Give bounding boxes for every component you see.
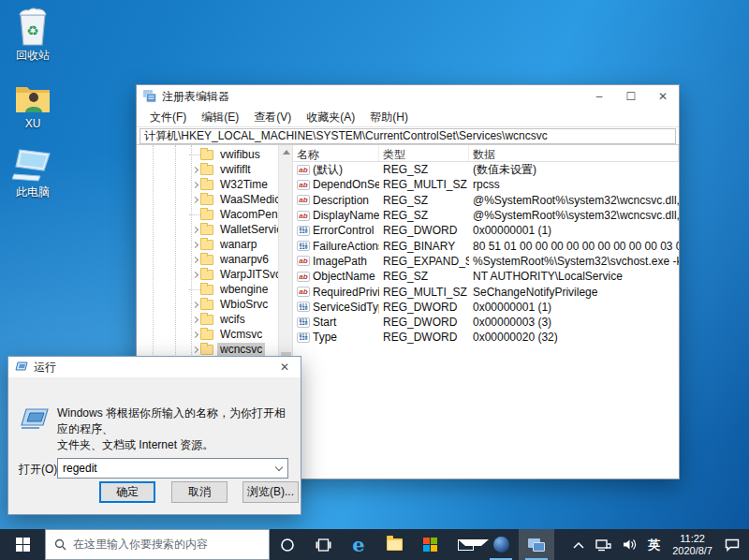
expand-chevron-icon[interactable] (189, 258, 200, 262)
taskbar-clock[interactable]: 11:22 2020/8/7 (666, 533, 719, 557)
run-dialog-title: 运行 (34, 360, 269, 376)
scroll-up-icon[interactable] (283, 150, 290, 155)
column-header-type[interactable]: 类型 (379, 145, 469, 161)
hidden-icons-button[interactable] (567, 529, 590, 560)
open-label: 打开(O): (19, 462, 61, 478)
registry-value-row[interactable]: abObjectNameREG_SZNT AUTHORITY\LocalServ… (293, 269, 679, 284)
mail-button[interactable] (448, 529, 483, 560)
tree-item[interactable]: WacomPen (137, 207, 278, 222)
expand-chevron-icon[interactable] (189, 332, 200, 337)
registry-value-row[interactable]: ab(默认)REG_SZ(数值未设置) (293, 162, 679, 177)
ok-button[interactable]: 确定 (99, 481, 155, 503)
microsoft-store-button[interactable] (412, 529, 448, 560)
expand-chevron-icon[interactable] (189, 183, 200, 187)
tree-item-label: wcncsvc (217, 343, 265, 356)
regedit-app-icon (143, 90, 156, 103)
tree-item[interactable]: wcifs (137, 312, 278, 327)
value-type: REG_SZ (379, 194, 469, 207)
task-view-button[interactable] (305, 529, 341, 560)
desktop-icon-label: 此电脑 (6, 186, 60, 199)
folder-icon (200, 330, 213, 340)
expand-chevron-icon[interactable] (189, 273, 200, 277)
desktop-icon-recycle-bin[interactable]: ♻ 回收站 (6, 6, 60, 62)
run-command-input[interactable]: regedit (58, 462, 271, 475)
registry-value-row[interactable]: 011110FailureActionsREG_BINARY80 51 01 0… (293, 238, 679, 253)
start-button[interactable] (0, 529, 45, 560)
folder-icon (200, 210, 213, 220)
menu-view[interactable]: 查看(V) (246, 108, 299, 127)
tree-item-label: WarpJITSvc (217, 268, 284, 281)
registry-value-row[interactable]: 011110ErrorControlREG_DWORD0x00000001 (1… (293, 223, 679, 238)
combo-dropdown-icon[interactable] (271, 467, 287, 470)
expand-chevron-icon[interactable] (189, 228, 200, 232)
registry-value-row[interactable]: abImagePathREG_EXPAND_SZ%SystemRoot%\Sys… (293, 254, 679, 269)
network-tray-button[interactable] (590, 529, 617, 560)
registry-value-row[interactable]: 011110StartREG_DWORD0x00000003 (3) (293, 315, 679, 330)
column-header-name[interactable]: 名称 (293, 145, 379, 161)
menu-edit[interactable]: 编辑(E) (194, 108, 246, 127)
recycle-bin-icon: ♻ (6, 6, 60, 47)
expand-chevron-icon[interactable] (189, 198, 200, 202)
menu-favorites[interactable]: 收藏夹(A) (299, 108, 362, 127)
tree-item[interactable]: WalletService (137, 222, 278, 237)
maximize-button[interactable]: ☐ (615, 85, 647, 108)
svg-text:♻: ♻ (26, 22, 38, 38)
value-name-cell: abDescription (293, 194, 379, 207)
run-description-line1: Windows 将根据你所输入的名称，为你打开相应的程序、 (57, 405, 291, 437)
cancel-button[interactable]: 取消 (171, 481, 228, 503)
tree-item[interactable]: WarpJITSvc (137, 267, 278, 282)
tree-item[interactable]: WaaSMedicS (137, 192, 278, 207)
regedit-taskbar-button[interactable] (519, 529, 554, 560)
value-data: 0x00000001 (1) (469, 301, 679, 314)
desktop-icons: ♻ 回收站 XU (6, 6, 60, 211)
menu-file[interactable]: 文件(F) (142, 108, 194, 127)
registry-value-row[interactable]: abDescriptionREG_SZ@%SystemRoot%\system3… (293, 193, 679, 208)
tree-item[interactable]: wanarp (137, 237, 278, 252)
tree-item[interactable]: vwififlt (137, 162, 278, 177)
tree-item[interactable]: wcncsvc (137, 342, 278, 357)
tree-item-label: WbioSrvc (217, 298, 271, 311)
desktop-icon-this-pc[interactable]: 此电脑 (6, 142, 60, 199)
value-name-cell: abDependOnSer... (293, 178, 379, 191)
run-close-button[interactable]: ✕ (269, 357, 301, 377)
edge-button[interactable]: e (341, 529, 376, 560)
tree-item[interactable]: Wcmsvc (137, 327, 278, 342)
desktop-icon-user-folder[interactable]: XU (6, 74, 60, 130)
registry-value-row[interactable]: 011110ServiceSidTypeREG_DWORD0x00000001 … (293, 300, 679, 315)
run-titlebar[interactable]: 运行 ✕ (8, 357, 301, 377)
value-type: REG_MULTI_SZ (379, 286, 469, 299)
registry-value-row[interactable]: abDependOnSer...REG_MULTI_SZrpcss (293, 177, 679, 192)
security-app-button[interactable] (483, 529, 519, 560)
language-indicator[interactable]: 英 (642, 529, 666, 560)
expand-chevron-icon[interactable] (189, 317, 200, 322)
tree-item[interactable]: vwifibus (137, 147, 278, 162)
browse-button[interactable]: 浏览(B)... (242, 481, 299, 503)
registry-value-row[interactable]: abRequiredPrivile...REG_MULTI_SZSeChange… (293, 284, 679, 299)
value-type: REG_BINARY (379, 240, 469, 253)
registry-value-row[interactable]: 011110TypeREG_DWORD0x00000020 (32) (293, 330, 679, 345)
cortana-button[interactable] (270, 529, 305, 560)
expand-chevron-icon[interactable] (189, 243, 200, 247)
expand-chevron-icon[interactable] (189, 347, 200, 352)
address-input[interactable]: 计算机\HKEY_LOCAL_MACHINE\SYSTEM\CurrentCon… (140, 128, 676, 144)
dword-value-icon: 011110 (297, 317, 310, 328)
menu-help[interactable]: 帮助(H) (362, 108, 416, 127)
action-center-button[interactable] (719, 529, 745, 560)
volume-tray-button[interactable] (617, 529, 642, 560)
registry-value-row[interactable]: abDisplayNameREG_SZ@%SystemRoot%\system3… (293, 208, 679, 223)
mail-icon (458, 539, 474, 551)
taskbar-search-box[interactable]: 在这里输入你要搜索的内容 (45, 529, 270, 560)
registry-tree: vwifibusvwififltW32TimeWaaSMedicSWacomPe… (137, 147, 278, 372)
expand-chevron-icon[interactable] (189, 302, 200, 307)
tree-item[interactable]: W32Time (137, 177, 278, 192)
expand-chevron-icon[interactable] (189, 168, 200, 172)
registry-titlebar[interactable]: 注册表编辑器 – ☐ ✕ (137, 85, 679, 108)
close-button[interactable]: ✕ (647, 85, 679, 108)
tree-item[interactable]: WbioSrvc (137, 297, 278, 312)
column-header-data[interactable]: 数据 (469, 145, 679, 161)
tree-item[interactable]: wbengine (137, 282, 278, 297)
minimize-button[interactable]: – (583, 85, 615, 108)
tree-item[interactable]: wanarpv6 (137, 252, 278, 267)
run-command-combobox[interactable]: regedit (57, 458, 288, 479)
file-explorer-button[interactable] (376, 529, 412, 560)
